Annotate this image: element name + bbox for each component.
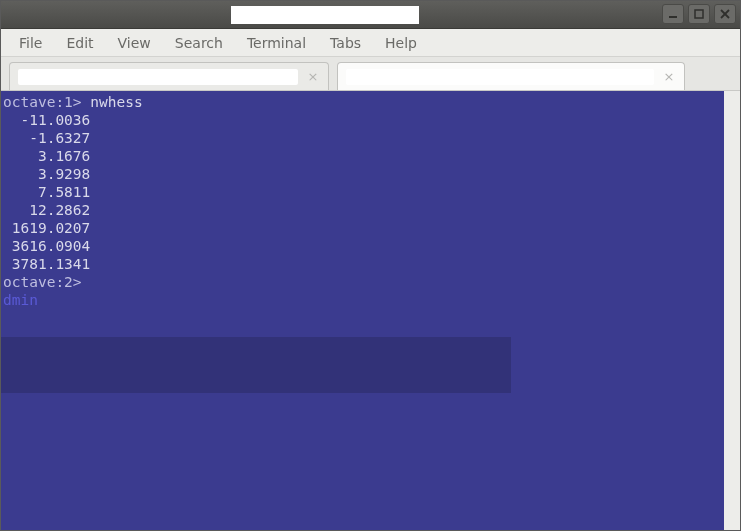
terminal-output-4: 7.5811 (3, 183, 722, 201)
tab-2-label (346, 69, 654, 85)
prompt-2: octave:2> (3, 274, 82, 290)
command-1: nwhess (82, 94, 143, 110)
maximize-button[interactable] (688, 4, 710, 24)
menu-terminal[interactable]: Terminal (235, 31, 318, 55)
terminal-line-prompt1: octave:1> nwhess (3, 93, 722, 111)
close-button[interactable] (714, 4, 736, 24)
tab-2[interactable]: × (337, 62, 685, 90)
titlebar[interactable] (1, 1, 740, 29)
tab-2-close-icon[interactable]: × (662, 70, 676, 84)
svg-rect-1 (695, 10, 703, 18)
tabbar: × × (1, 57, 740, 91)
maximize-icon (694, 9, 704, 19)
menu-search[interactable]: Search (163, 31, 235, 55)
terminal-output-3: 3.9298 (3, 165, 722, 183)
terminal-output-5: 12.2862 (3, 201, 722, 219)
menu-view[interactable]: View (106, 31, 163, 55)
terminal-output-6: 1619.0207 (3, 219, 722, 237)
window-title (231, 6, 419, 24)
minimize-icon (668, 9, 678, 19)
window-controls (662, 4, 736, 24)
menubar: File Edit View Search Terminal Tabs Help (1, 29, 740, 57)
menu-tabs[interactable]: Tabs (318, 31, 373, 55)
menu-edit[interactable]: Edit (54, 31, 105, 55)
tab-1-label (18, 69, 298, 85)
terminal-window: File Edit View Search Terminal Tabs Help… (0, 0, 741, 531)
tab-1[interactable]: × (9, 62, 329, 90)
terminal-output-2: 3.1676 (3, 147, 722, 165)
close-icon (720, 9, 730, 19)
terminal-output-1: -1.6327 (3, 129, 722, 147)
terminal-output-0: -11.0036 (3, 111, 722, 129)
terminal-line-prompt2: octave:2> (3, 273, 722, 291)
terminal-link[interactable]: dmin (3, 291, 722, 309)
terminal-output-7: 3616.0904 (3, 237, 722, 255)
tab-1-close-icon[interactable]: × (306, 70, 320, 84)
terminal-selection-rect (1, 337, 511, 393)
terminal-output-8: 3781.1341 (3, 255, 722, 273)
menu-help[interactable]: Help (373, 31, 429, 55)
menu-file[interactable]: File (7, 31, 54, 55)
prompt-1: octave:1> (3, 94, 82, 110)
minimize-button[interactable] (662, 4, 684, 24)
terminal-area[interactable]: octave:1> nwhess -11.0036 -1.6327 3.1676… (1, 91, 740, 530)
